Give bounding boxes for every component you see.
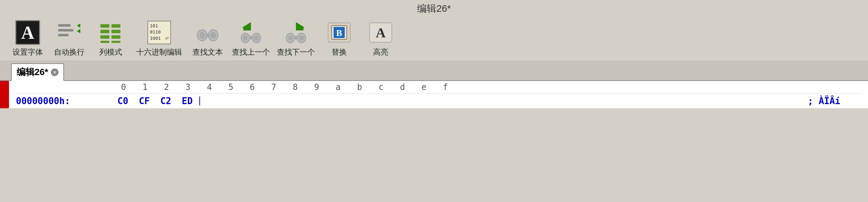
find-prev-label: 查找上一个	[232, 47, 270, 57]
toolbar-find-prev[interactable]: 查找上一个	[228, 19, 273, 59]
tab-label: 编辑26*	[17, 66, 48, 78]
toolbar-find-next[interactable]: 查找下一个	[273, 19, 318, 59]
svg-rect-5	[100, 24, 109, 28]
tab-bar: 编辑26* ×	[0, 61, 868, 81]
hex-byte-0-1[interactable]: CF	[134, 96, 154, 106]
svg-point-30	[288, 35, 293, 41]
replace-icon: B	[327, 20, 352, 45]
find-next-label: 查找下一个	[277, 47, 315, 57]
toolbar-find-text[interactable]: 查找文本	[187, 19, 228, 59]
ruler-col-e: e	[413, 82, 435, 92]
toolbar: A 设置字体 自动换行	[0, 17, 868, 61]
svg-point-17	[210, 32, 216, 39]
svg-rect-7	[100, 35, 109, 39]
binoculars-icon	[195, 20, 220, 45]
hex-byte-0-0[interactable]: C0	[113, 96, 133, 106]
svg-marker-25	[296, 22, 305, 28]
svg-point-24	[254, 35, 259, 41]
svg-rect-22	[249, 36, 253, 39]
ruler-col-b: b	[349, 82, 370, 92]
svg-rect-15	[206, 33, 210, 37]
hex-ascii-0: ; ÀÏÂí	[808, 96, 861, 106]
window-title: 编辑26*	[0, 0, 868, 17]
column-mode-icon	[98, 20, 123, 45]
svg-rect-9	[111, 24, 120, 28]
hex-bytes-0: C0 CF C2 ED	[113, 96, 204, 106]
ruler-col-5: 5	[220, 82, 242, 92]
ruler-col-0: 0	[113, 82, 134, 92]
toolbar-column-mode[interactable]: 列模式	[90, 19, 132, 59]
left-indicator	[0, 81, 9, 108]
ruler-col-f: f	[435, 82, 456, 92]
hex-ruler: 0 1 2 3 4 5 6 7 8 9 a b c d e f	[16, 81, 861, 94]
svg-rect-11	[111, 35, 120, 39]
tab-close-button[interactable]: ×	[51, 68, 58, 76]
svg-marker-18	[242, 22, 251, 28]
toolbar-hex-edit[interactable]: 101 0110 1001 ✏ 十六进制编辑	[132, 19, 187, 59]
svg-marker-4	[77, 29, 80, 33]
ruler-columns: 0 1 2 3 4 5 6 7 8 9 a b c d e f	[113, 82, 456, 92]
set-font-label: 设置字体	[12, 47, 43, 57]
hex-edit-icon: 101 0110 1001 ✏	[147, 20, 172, 45]
svg-rect-19	[243, 28, 251, 30]
ruler-col-c: c	[370, 82, 392, 92]
hex-ascii-text-0: ; ÀÏÂí	[808, 96, 840, 106]
hex-cursor	[199, 97, 204, 105]
ruler-col-3: 3	[177, 82, 199, 92]
find-prev-icon	[238, 20, 263, 45]
tab-editor26[interactable]: 编辑26* ×	[11, 63, 64, 81]
hex-edit-label: 十六进制编辑	[136, 47, 182, 57]
ruler-col-1: 1	[134, 82, 156, 92]
svg-rect-0	[58, 24, 71, 27]
svg-rect-6	[100, 30, 109, 33]
ruler-col-8: 8	[284, 82, 306, 92]
hex-offset-0: 00000000h:	[16, 96, 113, 106]
ruler-col-6: 6	[242, 82, 263, 92]
toolbar-replace[interactable]: B 替换	[318, 19, 360, 59]
ruler-col-9: 9	[306, 82, 327, 92]
toolbar-auto-wrap[interactable]: 自动换行	[48, 19, 90, 59]
hex-row-0[interactable]: 00000000h: C0 CF C2 ED ; ÀÏÂí	[16, 94, 861, 108]
svg-rect-26	[296, 28, 304, 30]
svg-point-31	[299, 35, 304, 41]
ruler-col-a: a	[327, 82, 349, 92]
font-a-icon: A	[15, 20, 40, 45]
ruler-col-7: 7	[263, 82, 284, 92]
ruler-col-d: d	[392, 82, 413, 92]
highlight-icon: A	[368, 20, 393, 45]
svg-rect-29	[294, 36, 298, 39]
svg-rect-10	[111, 30, 120, 33]
svg-text:B: B	[336, 28, 342, 38]
hex-byte-0-2[interactable]: C2	[156, 96, 176, 106]
replace-label: 替换	[332, 47, 347, 57]
auto-wrap-icon	[57, 20, 82, 45]
ruler-col-4: 4	[199, 82, 220, 92]
svg-text:A: A	[376, 25, 386, 40]
svg-rect-1	[58, 29, 73, 31]
svg-point-23	[243, 35, 248, 41]
highlight-label: 高亮	[373, 47, 388, 57]
find-text-label: 查找文本	[192, 47, 223, 57]
svg-point-16	[199, 32, 205, 39]
hex-byte-0-3[interactable]: ED	[177, 96, 197, 106]
find-next-icon	[283, 20, 308, 45]
ruler-col-2: 2	[156, 82, 177, 92]
svg-rect-8	[100, 41, 109, 43]
svg-marker-3	[77, 24, 80, 28]
svg-rect-12	[111, 41, 120, 43]
auto-wrap-label: 自动换行	[54, 47, 84, 57]
toolbar-highlight[interactable]: A 高亮	[360, 19, 401, 59]
svg-rect-2	[58, 34, 69, 36]
toolbar-set-font[interactable]: A 设置字体	[7, 19, 48, 59]
hex-content[interactable]: 0 1 2 3 4 5 6 7 8 9 a b c d e f 00000000…	[9, 81, 868, 108]
column-mode-label: 列模式	[99, 47, 122, 57]
hex-editor-area: 0 1 2 3 4 5 6 7 8 9 a b c d e f 00000000…	[0, 81, 868, 108]
